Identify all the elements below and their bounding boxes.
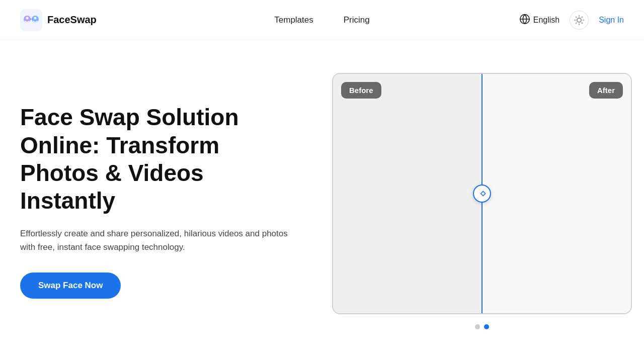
after-panel (482, 74, 631, 313)
before-panel (333, 74, 482, 313)
logo-text: FaceSwap (47, 14, 97, 26)
theme-toggle-button[interactable] (570, 11, 589, 30)
svg-line-10 (582, 23, 582, 23)
nav-pricing[interactable]: Pricing (344, 15, 370, 25)
hero-description: Effortlessly create and share personaliz… (20, 227, 302, 254)
swap-face-now-button[interactable]: Swap Face Now (20, 273, 121, 299)
hero-right: Before After (332, 40, 632, 362)
sun-icon (574, 15, 584, 25)
sign-in-button[interactable]: Sign In (599, 16, 624, 25)
svg-point-4 (34, 17, 37, 19)
logo-icon (20, 9, 42, 31)
svg-point-6 (577, 18, 581, 22)
nav-center: Templates Pricing (274, 15, 369, 25)
svg-line-13 (576, 23, 577, 23)
language-label: English (533, 16, 559, 25)
svg-line-14 (582, 17, 582, 17)
logo-area: FaceSwap (20, 9, 97, 31)
hero-title: Face Swap Solution Online: Transform Pho… (20, 104, 302, 215)
divider-handle[interactable] (473, 185, 491, 203)
navbar: FaceSwap Templates Pricing English (0, 0, 644, 40)
arrows-left-right-icon (477, 189, 487, 198)
dot-2[interactable] (484, 324, 489, 329)
svg-rect-0 (20, 9, 42, 31)
language-selector[interactable]: English (519, 14, 559, 27)
before-label: Before (341, 82, 381, 99)
after-label: After (589, 82, 623, 99)
svg-point-3 (26, 17, 29, 19)
nav-right: English Sign In (519, 11, 624, 30)
hero-section: Face Swap Solution Online: Transform Pho… (0, 40, 644, 362)
comparison-slider[interactable]: Before After (332, 73, 632, 314)
dot-1[interactable] (475, 324, 480, 329)
carousel-dots (475, 324, 489, 329)
svg-line-9 (576, 17, 577, 17)
hero-left: Face Swap Solution Online: Transform Pho… (20, 104, 312, 298)
globe-icon (519, 14, 530, 27)
nav-templates[interactable]: Templates (274, 15, 313, 25)
